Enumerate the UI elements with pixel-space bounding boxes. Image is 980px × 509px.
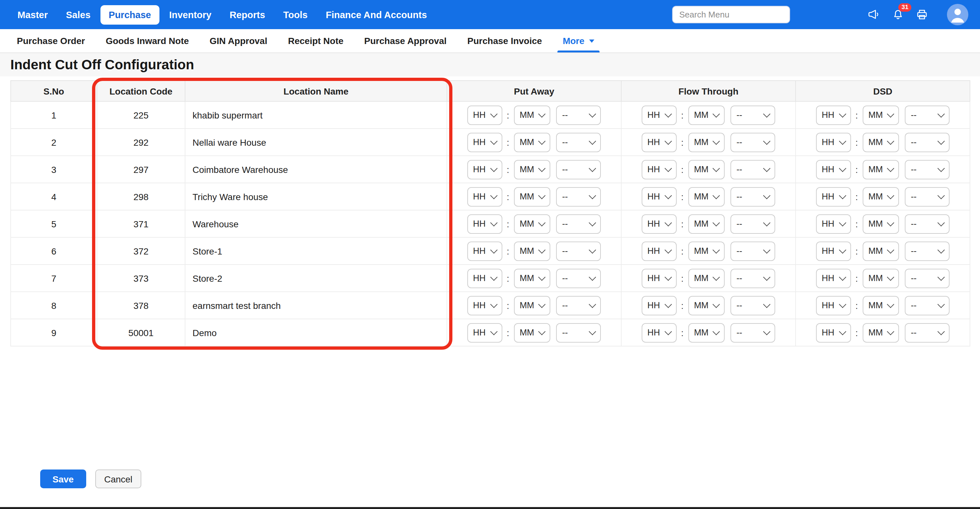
flowthrough-ampm-select[interactable]: --: [730, 296, 775, 315]
topnav-item-tools[interactable]: Tools: [275, 5, 316, 24]
subnav-item-purchase-invoice[interactable]: Purchase Invoice: [457, 29, 552, 52]
dsd-ampm-select[interactable]: --: [905, 241, 950, 261]
flowthrough-minute-select[interactable]: MM: [688, 296, 725, 315]
subnav-item-goods-inward-note[interactable]: Goods Inward Note: [95, 29, 199, 52]
flowthrough-ampm-select[interactable]: --: [730, 241, 775, 261]
dsd-hour-select[interactable]: HH: [816, 160, 851, 179]
putaway-ampm-select[interactable]: --: [556, 105, 601, 125]
dsd-hour-select[interactable]: HH: [816, 105, 851, 125]
subnav-item-gin-approval[interactable]: GIN Approval: [199, 29, 278, 52]
putaway-ampm-select[interactable]: --: [556, 296, 601, 315]
dsd-ampm-select[interactable]: --: [905, 323, 950, 342]
putaway-minute-select[interactable]: MM: [514, 241, 550, 261]
putaway-hour-select[interactable]: HH: [467, 323, 502, 342]
dsd-minute-select[interactable]: MM: [862, 241, 899, 261]
dsd-ampm-select[interactable]: --: [905, 105, 950, 125]
dsd-ampm-select[interactable]: --: [905, 296, 950, 315]
flowthrough-minute-select[interactable]: MM: [688, 105, 725, 125]
dsd-minute-select[interactable]: MM: [862, 187, 899, 206]
flowthrough-minute-select[interactable]: MM: [688, 132, 725, 152]
subnav-item-purchase-order[interactable]: Purchase Order: [6, 29, 95, 52]
flowthrough-ampm-select[interactable]: --: [730, 323, 775, 342]
putaway-minute-select[interactable]: MM: [514, 105, 550, 125]
putaway-hour-select[interactable]: HH: [467, 187, 502, 206]
putaway-ampm-select[interactable]: --: [556, 241, 601, 261]
putaway-hour-select[interactable]: HH: [467, 268, 502, 288]
save-button[interactable]: Save: [40, 469, 86, 488]
flowthrough-hour-select[interactable]: HH: [642, 187, 677, 206]
dsd-ampm-select[interactable]: --: [905, 160, 950, 179]
subnav-item-purchase-approval[interactable]: Purchase Approval: [354, 29, 457, 52]
flowthrough-ampm-select[interactable]: --: [730, 160, 775, 179]
putaway-ampm-select[interactable]: --: [556, 160, 601, 179]
putaway-ampm-select[interactable]: --: [556, 323, 601, 342]
putaway-minute-select[interactable]: MM: [514, 296, 550, 315]
dsd-hour-select[interactable]: HH: [816, 296, 851, 315]
topnav-item-inventory[interactable]: Inventory: [161, 5, 220, 24]
dsd-ampm-select[interactable]: --: [905, 132, 950, 152]
flowthrough-minute-select[interactable]: MM: [688, 187, 725, 206]
flowthrough-minute-select[interactable]: MM: [688, 160, 725, 179]
flowthrough-hour-select[interactable]: HH: [642, 323, 677, 342]
subnav-item-more[interactable]: More: [552, 29, 605, 52]
flowthrough-ampm-select[interactable]: --: [730, 105, 775, 125]
flowthrough-ampm-select[interactable]: --: [730, 187, 775, 206]
announcement-icon[interactable]: [867, 8, 881, 22]
putaway-minute-select[interactable]: MM: [514, 214, 550, 233]
dsd-minute-select[interactable]: MM: [862, 214, 899, 233]
print-icon[interactable]: [915, 8, 929, 22]
flowthrough-hour-select[interactable]: HH: [642, 132, 677, 152]
putaway-minute-select[interactable]: MM: [514, 132, 550, 152]
topnav-item-purchase[interactable]: Purchase: [100, 5, 159, 24]
topnav-item-sales[interactable]: Sales: [58, 5, 99, 24]
flowthrough-minute-select[interactable]: MM: [688, 214, 725, 233]
dsd-ampm-select[interactable]: --: [905, 214, 950, 233]
putaway-minute-select[interactable]: MM: [514, 323, 550, 342]
search-input[interactable]: [672, 6, 790, 23]
putaway-hour-select[interactable]: HH: [467, 105, 502, 125]
dsd-ampm-select[interactable]: --: [905, 187, 950, 206]
dsd-hour-select[interactable]: HH: [816, 132, 851, 152]
putaway-hour-select[interactable]: HH: [467, 296, 502, 315]
topnav-item-finance-and-accounts[interactable]: Finance And Accounts: [317, 5, 435, 24]
dsd-hour-select[interactable]: HH: [816, 323, 851, 342]
putaway-hour-select[interactable]: HH: [467, 132, 502, 152]
flowthrough-minute-select[interactable]: MM: [688, 241, 725, 261]
dsd-hour-select[interactable]: HH: [816, 214, 851, 233]
dsd-hour-select[interactable]: HH: [816, 241, 851, 261]
dsd-minute-select[interactable]: MM: [862, 105, 899, 125]
dsd-hour-select[interactable]: HH: [816, 268, 851, 288]
dsd-hour-select[interactable]: HH: [816, 187, 851, 206]
putaway-ampm-select[interactable]: --: [556, 214, 601, 233]
dsd-minute-select[interactable]: MM: [862, 268, 899, 288]
putaway-ampm-select[interactable]: --: [556, 132, 601, 152]
flowthrough-minute-select[interactable]: MM: [688, 268, 725, 288]
avatar[interactable]: [947, 4, 968, 25]
putaway-hour-select[interactable]: HH: [467, 241, 502, 261]
dsd-minute-select[interactable]: MM: [862, 132, 899, 152]
cancel-button[interactable]: Cancel: [95, 469, 141, 488]
putaway-ampm-select[interactable]: --: [556, 268, 601, 288]
flowthrough-minute-select[interactable]: MM: [688, 323, 725, 342]
putaway-minute-select[interactable]: MM: [514, 187, 550, 206]
dsd-minute-select[interactable]: MM: [862, 323, 899, 342]
subnav-item-receipt-note[interactable]: Receipt Note: [278, 29, 354, 52]
dsd-minute-select[interactable]: MM: [862, 160, 899, 179]
putaway-hour-select[interactable]: HH: [467, 214, 502, 233]
dsd-minute-select[interactable]: MM: [862, 296, 899, 315]
flowthrough-ampm-select[interactable]: --: [730, 132, 775, 152]
notifications-icon[interactable]: 31: [891, 8, 905, 22]
flowthrough-hour-select[interactable]: HH: [642, 241, 677, 261]
topnav-item-master[interactable]: Master: [9, 5, 56, 24]
putaway-minute-select[interactable]: MM: [514, 268, 550, 288]
flowthrough-ampm-select[interactable]: --: [730, 268, 775, 288]
flowthrough-hour-select[interactable]: HH: [642, 268, 677, 288]
topnav-item-reports[interactable]: Reports: [221, 5, 274, 24]
putaway-minute-select[interactable]: MM: [514, 160, 550, 179]
flowthrough-hour-select[interactable]: HH: [642, 214, 677, 233]
dsd-ampm-select[interactable]: --: [905, 268, 950, 288]
flowthrough-hour-select[interactable]: HH: [642, 105, 677, 125]
flowthrough-hour-select[interactable]: HH: [642, 160, 677, 179]
putaway-hour-select[interactable]: HH: [467, 160, 502, 179]
putaway-ampm-select[interactable]: --: [556, 187, 601, 206]
